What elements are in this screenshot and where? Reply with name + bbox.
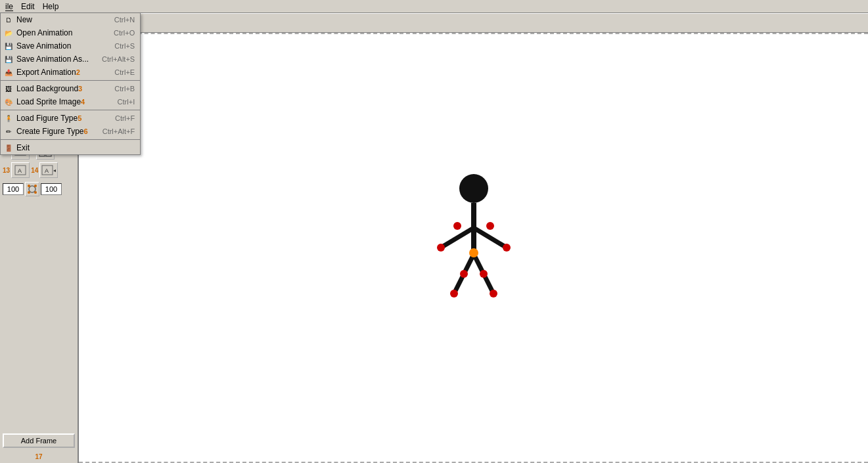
svg-text:A: A (45, 167, 49, 174)
svg-marker-23 (53, 169, 56, 172)
scale-input-2[interactable] (41, 183, 62, 195)
create-icon: ✏ (3, 126, 14, 137)
left-arm (441, 228, 474, 248)
save-as-icon: 💾 (3, 54, 14, 64)
menu-load-sprite[interactable]: 🎨 Load Sprite Image4 Ctrl+I (1, 95, 140, 108)
separator-2 (1, 110, 140, 110)
joint-wrist-right (503, 244, 511, 252)
svg-point-26 (34, 185, 37, 187)
save-icon: 💾 (3, 41, 14, 51)
menu-save[interactable]: 💾 Save Animation Ctrl+S (1, 39, 140, 53)
menu-save-as[interactable]: 💾 Save Animation As... Ctrl+Alt+S (1, 53, 140, 66)
exit-icon: 🚪 (3, 143, 14, 153)
bg-icon: 🖼 (3, 83, 14, 94)
menubar: ile Edit Help 🗋 New Ctrl+N 📂 Open Animat… (0, 0, 868, 13)
file-menu[interactable]: ile (1, 1, 17, 12)
menu-create-figure[interactable]: ✏ Create Figure Type6 Ctrl+Alt+F (1, 125, 140, 138)
help-menu[interactable]: Help (39, 1, 63, 12)
menu-new[interactable]: 🗋 New Ctrl+N (1, 13, 140, 26)
joint-foot-right (490, 290, 497, 298)
svg-point-27 (28, 191, 30, 194)
menu-load-background[interactable]: 🖼 Load Background3 Ctrl+B (1, 82, 140, 95)
svg-text:A: A (18, 167, 22, 174)
tools-row-5: 13 A 14 A (3, 162, 75, 178)
head (459, 174, 488, 203)
scale-icon[interactable] (25, 182, 39, 196)
canvas-area[interactable] (79, 33, 868, 463)
num14: 14 (31, 167, 38, 174)
canvas-inner (79, 34, 868, 462)
svg-point-25 (28, 185, 30, 187)
right-arm (474, 228, 507, 248)
menu-exit[interactable]: 🚪 Exit (1, 141, 140, 154)
sidebar-spacer (3, 199, 75, 431)
tool-13[interactable]: A (11, 162, 30, 178)
scale-input-1[interactable] (3, 183, 24, 195)
add-frame-button[interactable]: Add Frame (3, 433, 75, 448)
joint-shoulder-right (486, 222, 494, 230)
sprite-icon: 🎨 (3, 97, 14, 107)
export-icon: 📤 (3, 67, 14, 77)
scale-row (3, 182, 75, 196)
tool-14[interactable]: A (39, 162, 58, 178)
figure-icon: 🧍 (3, 113, 14, 123)
svg-point-28 (34, 191, 37, 194)
joint-hip-center (469, 248, 478, 257)
edit-menu[interactable]: Edit (17, 1, 39, 12)
new-icon: 🗋 (3, 14, 14, 25)
separator-1 (1, 80, 140, 81)
joint-knee-right (480, 270, 488, 278)
num13: 13 (3, 167, 10, 174)
joint-shoulder-left (453, 222, 461, 230)
joint-foot-left (450, 290, 458, 298)
joint-wrist-left (437, 244, 445, 252)
joint-knee-left (460, 270, 468, 278)
frame-num: 17 (3, 453, 75, 460)
open-icon: 📂 (3, 28, 14, 38)
menu-export[interactable]: 📤 Export Animation2 Ctrl+E (1, 66, 140, 79)
stickfigure (421, 169, 526, 313)
menu-open[interactable]: 📂 Open Animation Ctrl+O (1, 26, 140, 39)
separator-3 (1, 139, 140, 140)
svg-point-24 (29, 186, 35, 192)
menu-load-figure[interactable]: 🧍 Load Figure Type5 Ctrl+F (1, 112, 140, 125)
file-dropdown: 🗋 New Ctrl+N 📂 Open Animation Ctrl+O 💾 S… (0, 13, 141, 155)
